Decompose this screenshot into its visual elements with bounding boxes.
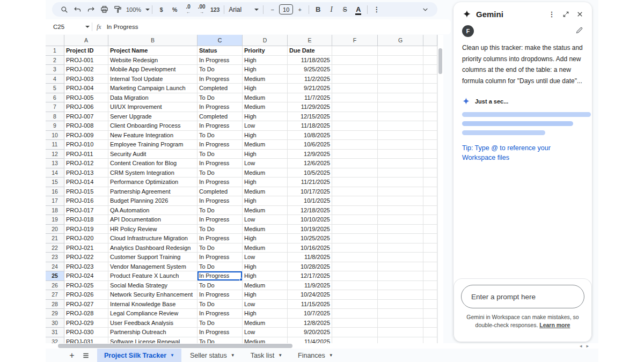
cell[interactable]: HR Policy Review	[108, 225, 197, 234]
collapse-toolbar-icon[interactable]	[419, 3, 432, 16]
cell[interactable]: High	[243, 271, 288, 281]
column-header[interactable]: E	[288, 35, 332, 46]
cell[interactable]: 10/28/2025	[288, 262, 332, 272]
row-header[interactable]: 14	[46, 168, 64, 178]
cell[interactable]: PROJ-031	[64, 337, 108, 344]
cell[interactable]: PROJ-023	[64, 262, 108, 272]
cell[interactable]: PROJ-011	[64, 150, 108, 159]
cell[interactable]: PROJ-005	[64, 93, 108, 103]
cell[interactable]	[378, 215, 423, 225]
cell[interactable]: Analytics Dashboard Redesign	[108, 243, 197, 253]
tab-menu-icon[interactable]: ▼	[329, 353, 333, 358]
cell[interactable]: PROJ-009	[64, 131, 108, 141]
cell[interactable]	[332, 290, 378, 300]
cell[interactable]: Project ID	[64, 46, 108, 56]
cell[interactable]	[378, 150, 423, 159]
cell[interactable]: 10/5/2025	[288, 168, 332, 178]
cell[interactable]: To Do	[197, 206, 243, 216]
cell[interactable]	[332, 253, 378, 262]
cell[interactable]	[378, 65, 423, 75]
italic-button[interactable]: I	[325, 3, 338, 16]
cell[interactable]	[332, 234, 378, 243]
cell[interactable]: Low	[243, 215, 288, 225]
cell[interactable]: Budget Planning 2026	[108, 196, 197, 206]
cell[interactable]	[423, 150, 437, 159]
select-all-corner[interactable]	[46, 35, 64, 46]
cell[interactable]	[332, 121, 378, 131]
undo-icon[interactable]	[71, 3, 84, 16]
cell[interactable]	[378, 196, 423, 206]
cell[interactable]	[378, 159, 423, 168]
row-header[interactable]: 19	[46, 215, 64, 225]
cell[interactable]: 10/7/2025	[288, 309, 332, 319]
cell[interactable]	[423, 56, 437, 65]
row-header[interactable]: 2	[46, 56, 64, 65]
cell[interactable]: Project Name	[108, 46, 197, 56]
cell[interactable]	[378, 309, 423, 319]
cell[interactable]	[378, 131, 423, 141]
cell[interactable]	[332, 262, 378, 272]
cell[interactable]	[332, 159, 378, 168]
cell[interactable]: High	[243, 309, 288, 319]
cell[interactable]: PROJ-012	[64, 159, 108, 168]
column-header[interactable]: A	[64, 35, 108, 46]
cell[interactable]	[423, 65, 437, 75]
cell[interactable]: In Progress	[197, 102, 243, 112]
cell[interactable]: Internal Tool Update	[108, 75, 197, 84]
cell[interactable]	[423, 178, 437, 187]
cell[interactable]: 10/8/2025	[288, 131, 332, 141]
cell[interactable]	[332, 178, 378, 187]
cell[interactable]: High	[243, 56, 288, 65]
column-header[interactable]: D	[243, 35, 288, 46]
row-header[interactable]: 6	[46, 93, 64, 103]
horizontal-scrollbar-thumb[interactable]	[58, 344, 292, 348]
cell[interactable]	[378, 56, 423, 65]
cell[interactable]: 9/21/2025	[288, 84, 332, 93]
cell[interactable]: PROJ-001	[64, 56, 108, 65]
cell[interactable]	[378, 225, 423, 234]
cell[interactable]: 11/15/2025	[288, 300, 332, 309]
cell[interactable]: Medium	[243, 102, 288, 112]
cell[interactable]: PROJ-022	[64, 253, 108, 262]
cell[interactable]	[332, 225, 378, 234]
cell[interactable]: Low	[243, 253, 288, 262]
cell[interactable]	[332, 65, 378, 75]
cell[interactable]	[423, 140, 437, 150]
column-header[interactable]: B	[108, 35, 197, 46]
cell[interactable]	[423, 215, 437, 225]
cell[interactable]	[332, 243, 378, 253]
cell[interactable]: 11/18/2025	[288, 121, 332, 131]
cell[interactable]: Medium	[243, 281, 288, 291]
cell[interactable]: Medium	[243, 319, 288, 328]
cell[interactable]: Legal Compliance Review	[108, 309, 197, 319]
cell[interactable]: High	[243, 290, 288, 300]
cell[interactable]: To Do	[197, 131, 243, 141]
cell[interactable]	[378, 290, 423, 300]
cell[interactable]: Social Media Strategy	[108, 281, 197, 291]
cell[interactable]: In Progress	[197, 159, 243, 168]
cell[interactable]	[378, 75, 423, 84]
cell[interactable]: Completed	[197, 187, 243, 197]
decrease-font-size-button[interactable]: −	[266, 3, 279, 16]
vertical-scrollbar-thumb[interactable]	[438, 48, 442, 74]
cell[interactable]: PROJ-024	[64, 271, 108, 281]
cell[interactable]: Status	[197, 46, 243, 56]
row-header[interactable]: 23	[46, 253, 64, 262]
cell[interactable]: UI/UX Improvement	[108, 102, 197, 112]
cell[interactable]	[332, 337, 378, 344]
increase-decimal-button[interactable]: .00→	[195, 3, 208, 16]
cell[interactable]: In Progress	[197, 328, 243, 337]
row-header[interactable]: 26	[46, 281, 64, 291]
cell[interactable]: 12/6/2025	[288, 159, 332, 168]
increase-font-size-button[interactable]: +	[293, 3, 306, 16]
expand-icon[interactable]	[561, 9, 570, 19]
cell[interactable]: In Progress	[197, 271, 243, 281]
cell[interactable]	[378, 102, 423, 112]
sheet-tab-active[interactable]: Project Silk Tracker▼	[97, 349, 181, 362]
cell[interactable]: Vendor Management System	[108, 262, 197, 272]
cell[interactable]	[423, 262, 437, 272]
cell[interactable]: Network Security Enhancement	[108, 290, 197, 300]
cell[interactable]: Medium	[243, 243, 288, 253]
cell[interactable]	[423, 75, 437, 84]
scroll-left-icon[interactable]: ◂	[580, 343, 582, 349]
